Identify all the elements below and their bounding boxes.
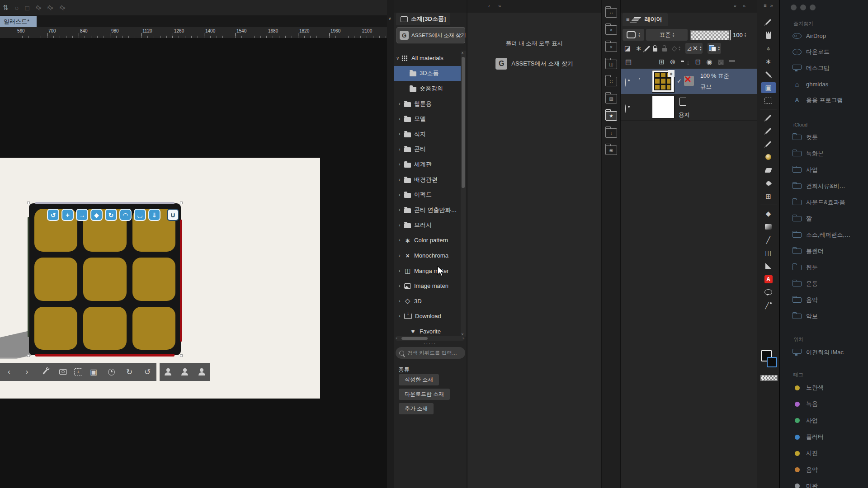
tree-item[interactable]: › 3D [394, 294, 461, 309]
blend-tool[interactable] [761, 178, 776, 189]
expand-chevron-icon[interactable]: › [399, 101, 404, 106]
correct-line-tool[interactable] [761, 300, 776, 311]
opacity-slider-handle[interactable] [729, 30, 731, 41]
bounds-handle[interactable] [180, 202, 183, 204]
panel-menu-icon[interactable] [743, 3, 745, 9]
stepper-icon[interactable] [673, 32, 675, 38]
materials-folder-icon[interactable]: ∷ [605, 77, 617, 86]
tree-item[interactable]: › 배경관련 [394, 172, 461, 188]
tree-item[interactable]: › 모델 [394, 111, 461, 127]
hamburger-menu-icon[interactable] [626, 16, 630, 23]
expand-chevron-icon[interactable]: › [399, 238, 404, 243]
expand-chevron-icon[interactable]: › [399, 131, 404, 136]
sidebar-item[interactable]: AirDrop [780, 28, 868, 44]
download-folder-icon[interactable]: ↓ [605, 128, 617, 138]
pose-body-icon[interactable] [178, 365, 192, 379]
tree-item[interactable]: › 콘티 [394, 142, 461, 157]
pose-settings-icon[interactable] [195, 365, 208, 379]
tool-button[interactable] [760, 109, 777, 109]
circle-select-icon[interactable]: ○ [15, 4, 19, 12]
sub-color-swatch[interactable] [767, 357, 777, 367]
tool-settings-icon[interactable] [38, 365, 52, 379]
collapse-arrow-icon[interactable] [388, 16, 392, 21]
sidebar-item[interactable]: 응용 프로그램 [780, 92, 868, 108]
scrollbar-thumb[interactable] [462, 57, 465, 188]
object-snap-floor-icon[interactable]: ⇓ [148, 209, 160, 221]
sidebar-item[interactable]: 음악 [780, 292, 868, 308]
pen-tool[interactable] [761, 113, 776, 123]
sidebar-tag-item[interactable]: 녹음 [780, 396, 868, 412]
tree-vertical-scrollbar[interactable] [461, 51, 466, 337]
sidebar-item[interactable]: 데스크탑 [780, 60, 868, 76]
stepper-icon[interactable] [745, 32, 746, 38]
camera-angle-icon[interactable] [56, 365, 70, 379]
expand-chevron-icon[interactable]: › [399, 299, 404, 304]
operation-tool[interactable]: ∗ [761, 56, 776, 67]
magnet-snap-icon[interactable]: ∪ [167, 209, 179, 221]
tree-item[interactable]: › 식자 [394, 127, 461, 142]
fit-view-icon[interactable]: + [74, 368, 82, 375]
ground-object-icon[interactable]: ▣ [87, 365, 100, 379]
sidebar-item[interactable]: 짤 [780, 211, 868, 227]
kind-filter-button[interactable]: 추가 소재 [399, 403, 434, 414]
sidebar-item[interactable]: 사운드&효과음 [780, 194, 868, 211]
fill-tool[interactable]: ◆ [761, 208, 776, 219]
sidebar-tag-item[interactable]: 사진 [780, 445, 868, 461]
enable-mask-icon[interactable]: ◇ [672, 44, 680, 52]
chevron-left-icon[interactable] [488, 3, 490, 9]
expand-chevron-icon[interactable]: › [399, 207, 404, 212]
reference-layer-icon[interactable]: ∗ [636, 44, 642, 52]
expand-chevron-icon[interactable]: › [399, 283, 404, 288]
bounds-handle[interactable] [180, 354, 183, 357]
panel-menu-icon[interactable] [770, 3, 773, 8]
layer-thumbnail[interactable] [652, 96, 674, 118]
airbrush-tool[interactable] [761, 152, 776, 163]
figure-tool[interactable]: ⊞ [761, 191, 776, 202]
expand-chevron-icon[interactable]: › [399, 314, 404, 319]
sidebar-item[interactable]: 다운로드 [780, 44, 868, 61]
scroll-up-icon[interactable] [461, 51, 464, 55]
favorites-folder-icon[interactable]: ★ [605, 111, 617, 121]
sidebar-item[interactable]: 사업 [780, 162, 868, 178]
expand-chevron-icon[interactable]: › [399, 223, 404, 228]
sidebar-tag-item[interactable]: 미완 [780, 478, 868, 488]
window-traffic-lights[interactable] [791, 5, 816, 10]
apply-mask-icon[interactable]: ▩ [718, 58, 724, 66]
balloon-tool[interactable] [761, 287, 776, 298]
pencil-tool[interactable] [761, 126, 776, 136]
pose-hand-icon[interactable] [161, 365, 175, 379]
stepper-icon[interactable] [638, 32, 640, 38]
camera-pan-icon[interactable]: + [61, 209, 74, 221]
timeline-icon[interactable] [104, 365, 118, 379]
transform-icon[interactable]: ⇄ [46, 3, 56, 13]
bounds-handle[interactable] [27, 354, 30, 357]
brush-tool[interactable] [761, 139, 776, 150]
tree-item[interactable]: › 세계관 [394, 157, 461, 172]
expand-chevron-icon[interactable]: › [399, 253, 404, 258]
ruler-range-dropdown[interactable]: ⊿✕ [685, 43, 703, 54]
mask-disabled-icon[interactable]: × [684, 76, 694, 86]
find-assets-link[interactable]: ASSETS에서 소재 찾기 [467, 58, 601, 70]
visibility-eye-icon[interactable] [625, 79, 626, 87]
selection-tool[interactable] [761, 95, 776, 106]
new-vector-layer-icon[interactable]: ⊚ [670, 58, 676, 66]
sidebar-item[interactable]: 소스,레퍼런스,… [780, 227, 868, 243]
opacity-slider[interactable] [690, 30, 731, 40]
move-tool[interactable] [761, 43, 776, 54]
history-folder-icon[interactable]: ◉ [605, 145, 617, 155]
scroll-right-icon[interactable] [462, 336, 464, 340]
layer-name[interactable]: 용지 [679, 111, 690, 119]
find-assets-button[interactable]: ASSETS에서 소재 찾기 [396, 27, 465, 43]
brush-tip-tool[interactable] [761, 17, 776, 28]
eraser-tool[interactable] [761, 165, 776, 176]
reset-rotation-icon[interactable]: ↺ [141, 365, 154, 379]
tree-item[interactable]: 숏폼강의 [394, 81, 461, 96]
rotate-object-icon[interactable]: ↻ [123, 365, 136, 379]
transform-icon[interactable]: ⇄ [33, 3, 43, 13]
camera-dolly-icon[interactable]: → [76, 209, 88, 221]
transparent-color-swatch[interactable] [760, 375, 778, 381]
tree-item[interactable]: › 브러시 [394, 218, 461, 233]
color-swatches[interactable] [761, 350, 777, 367]
sidebar-item[interactable]: 웹툰 [780, 259, 868, 276]
expand-chevron-icon[interactable]: › [399, 177, 404, 182]
